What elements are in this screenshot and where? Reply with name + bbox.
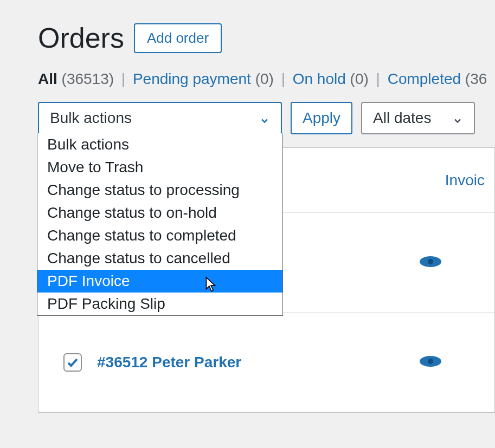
- bulk-option[interactable]: Change status to cancelled: [37, 247, 282, 270]
- date-filter-select[interactable]: All dates: [361, 102, 475, 134]
- row-checkbox[interactable]: [63, 353, 82, 372]
- filter-pending[interactable]: Pending payment (0): [133, 70, 278, 87]
- bulk-actions-select[interactable]: Bulk actions: [38, 102, 282, 134]
- column-invoice[interactable]: Invoic: [445, 172, 485, 189]
- chevron-down-icon: [259, 113, 270, 124]
- eye-icon[interactable]: [419, 254, 442, 272]
- status-filter-tabs: All (36513) | Pending payment (0) | On h…: [38, 70, 495, 88]
- bulk-option[interactable]: PDF Invoice: [37, 270, 282, 293]
- page-title: Orders: [38, 22, 124, 54]
- bulk-actions-dropdown: Bulk actionsMove to TrashChange status t…: [37, 133, 283, 316]
- filter-onhold[interactable]: On hold (0): [293, 70, 373, 87]
- apply-button[interactable]: Apply: [291, 102, 352, 134]
- bulk-option[interactable]: PDF Packing Slip: [37, 293, 282, 315]
- filter-completed[interactable]: Completed (36: [388, 70, 487, 87]
- bulk-option[interactable]: Change status to on-hold: [37, 202, 282, 224]
- bulk-option[interactable]: Bulk actions: [37, 133, 282, 156]
- filter-all[interactable]: All (36513): [38, 70, 118, 87]
- bulk-actions-selected-label: Bulk actions: [50, 109, 132, 127]
- eye-icon[interactable]: [419, 353, 442, 372]
- bulk-option[interactable]: Change status to completed: [37, 224, 282, 247]
- add-order-button[interactable]: Add order: [134, 23, 222, 53]
- bulk-option[interactable]: Move to Trash: [37, 156, 282, 179]
- cursor-icon: [204, 276, 217, 293]
- svg-point-3: [428, 359, 433, 364]
- order-link[interactable]: #36512 Peter Parker: [97, 354, 376, 371]
- date-filter-label: All dates: [373, 109, 431, 127]
- svg-point-1: [428, 259, 433, 264]
- chevron-down-icon: [452, 113, 463, 124]
- bulk-option[interactable]: Change status to processing: [37, 179, 282, 202]
- table-row[interactable]: #36512 Peter Parker: [38, 313, 494, 412]
